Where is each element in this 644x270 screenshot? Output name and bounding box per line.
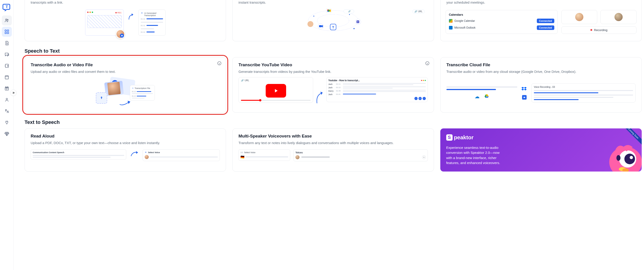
card-read-aloud[interactable]: Read Aloud Upload a PDF, DOCx, TXT, or t… [24, 128, 226, 172]
transcript-row: Jack01:41 [328, 93, 426, 95]
google-drive-icon [484, 94, 489, 100]
feature-card-instant-transcripts[interactable]: instant transcripts. T [232, 0, 434, 41]
svg-point-2 [7, 19, 8, 20]
card-speaktor-promo[interactable]: Coming Soon Speaktor Experience seamless… [440, 128, 642, 172]
voice-recording-label: Voice Recording - 03 [534, 86, 633, 88]
rec-label: REC [118, 11, 122, 14]
notebook-icon [4, 63, 9, 68]
card-desc: Generate transcripts from videos by past… [238, 69, 428, 74]
chevron-right-double-icon [12, 91, 15, 94]
next-icon [422, 97, 426, 100]
card-multi-speaker[interactable]: Multi-Speaker Voiceovers with Ease Trans… [232, 128, 434, 172]
svg-text:T: T [6, 5, 8, 9]
svg-point-10 [6, 98, 7, 100]
arrow-icon [130, 149, 139, 158]
calendar-icon [4, 75, 9, 80]
avatar [145, 155, 149, 159]
svg-rect-34 [524, 97, 525, 98]
svg-text:T: T [357, 21, 358, 23]
card-transcribe-youtube[interactable]: Transcribe YouTube Video Generate transc… [232, 57, 434, 113]
recording-label: Recording [594, 28, 608, 32]
nav-translate[interactable] [2, 106, 12, 116]
svg-point-26 [349, 14, 350, 15]
select-voice-label: Select Voice [244, 151, 256, 154]
select-voice-label: Select Voice [148, 151, 160, 154]
connected-badge: Connected [537, 18, 554, 23]
sparkle-icon [145, 151, 147, 154]
play-circle-icon [422, 155, 426, 159]
nav-documents[interactable] [2, 38, 12, 48]
play-icon [418, 97, 422, 100]
bot-icon [522, 95, 526, 100]
arrow-icon [128, 9, 134, 23]
connected-badge: Connected [537, 25, 554, 30]
svg-rect-8 [5, 76, 8, 79]
yt-title: Youtube - How to transcript... [328, 79, 360, 82]
outlook-icon [449, 26, 452, 29]
outlook-label: Microsoft Outlook [454, 26, 535, 29]
svg-point-27 [353, 28, 354, 29]
link-icon: 🔗 [241, 79, 244, 82]
svg-text:🔗: 🔗 [348, 10, 350, 13]
people-icon [4, 18, 9, 23]
arrow-icon [316, 86, 324, 109]
nav-chat[interactable] [2, 49, 12, 59]
ai-transcription-label: AI Generated Transcription [144, 12, 156, 16]
svg-point-40 [624, 154, 635, 164]
svg-rect-20 [319, 25, 322, 27]
nav-premium[interactable] [2, 129, 12, 139]
section-speech-to-text-title: Speech to Text [24, 48, 644, 54]
feature-card-scheduled-meetings[interactable]: your scheduled meetings. Calendars Googl… [440, 0, 642, 41]
svg-point-36 [524, 97, 525, 98]
avatar [614, 12, 623, 21]
mascot-icon [603, 137, 642, 172]
card-desc: your scheduled meetings. [440, 0, 642, 8]
card-transcribe-file[interactable]: Transcribe Audio or Video File Upload an… [24, 57, 226, 113]
onedrive-icon: ☁ [474, 94, 480, 100]
nav-team[interactable] [2, 15, 12, 25]
nav-calendar[interactable] [2, 72, 12, 82]
sidebar: T [0, 0, 14, 270]
plug-icon [4, 120, 9, 125]
transcript-row: Marry01:35 [328, 90, 426, 92]
svg-point-1 [6, 19, 7, 20]
app-logo[interactable]: T [2, 2, 12, 12]
svg-point-42 [616, 155, 620, 161]
card-title: Read Aloud [31, 134, 220, 139]
sparkle-icon [141, 12, 143, 14]
card-desc: Transcribe audio or video from any cloud… [446, 69, 636, 74]
nav-dashboard[interactable] [2, 27, 12, 37]
nav-notes[interactable] [2, 61, 12, 71]
flag-germany-icon: 🇩🇪 [240, 155, 244, 159]
diamond-icon [4, 131, 9, 136]
link-icon: 🔗 [414, 10, 417, 13]
transcription-file-label: Transcription File [135, 87, 150, 89]
url-label: URL [244, 79, 249, 82]
sidebar-expand-button[interactable] [10, 90, 16, 96]
url-label: URL [418, 10, 422, 13]
svg-point-28 [313, 16, 314, 16]
avatar [296, 155, 300, 159]
gift-icon [4, 86, 9, 91]
svg-rect-4 [7, 30, 8, 31]
card-desc: transcripts with a link. [25, 0, 226, 8]
upload-icon [100, 96, 104, 100]
card-transcribe-cloud[interactable]: Transcribe Cloud File Transcribe audio o… [440, 57, 642, 113]
feature-card-transcripts-link[interactable]: transcripts with a link. REC [24, 0, 226, 41]
google-calendar-icon [449, 19, 452, 23]
info-icon[interactable] [217, 61, 222, 66]
document-icon [4, 41, 9, 46]
nav-integrations[interactable] [2, 118, 12, 128]
recording-dot-icon [590, 29, 592, 31]
info-icon[interactable] [425, 61, 430, 66]
card-title: Transcribe YouTube Video [238, 62, 428, 67]
svg-point-11 [122, 35, 122, 36]
card-desc: Upload any audio or video files and conv… [31, 69, 220, 74]
svg-rect-6 [7, 32, 8, 33]
card-title: Transcribe Audio or Video File [31, 62, 220, 67]
nav-profile[interactable] [2, 95, 12, 105]
dropbox-icon [522, 86, 527, 93]
svg-point-35 [524, 97, 524, 98]
transcript-row: Jack01:11 [328, 83, 426, 85]
section-text-to-speech-title: Text to Speech [24, 119, 644, 125]
